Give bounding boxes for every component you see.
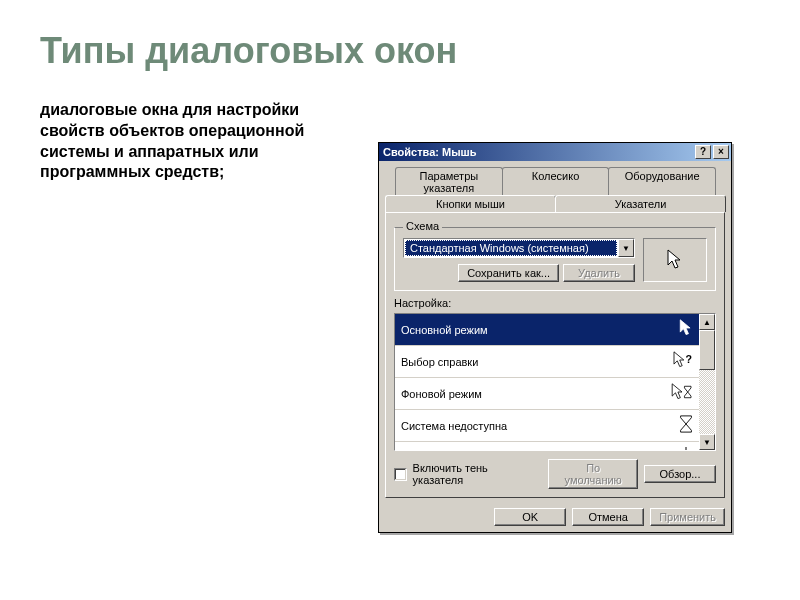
- list-item-label: Фоновой режим: [401, 388, 482, 400]
- list-item-label: Выбор справки: [401, 356, 478, 368]
- cursor-preview: [643, 238, 707, 282]
- tab-pointers[interactable]: Указатели: [555, 195, 726, 212]
- list-item[interactable]: Система недоступна: [395, 410, 699, 442]
- default-button[interactable]: По умолчанию: [548, 459, 638, 489]
- scheme-selected-value: Стандартная Windows (системная): [405, 240, 617, 256]
- delete-button[interactable]: Удалить: [563, 264, 635, 282]
- window-title: Свойства: Мышь: [383, 146, 693, 158]
- tab-panel-pointers: Стандартная Windows (системная) ▼ Сохран…: [385, 212, 725, 498]
- arrow-icon: [671, 319, 693, 340]
- dialog-button-row: OK Отмена Применить: [379, 502, 731, 532]
- list-item[interactable]: Графическое выделение: [395, 442, 699, 450]
- mouse-properties-dialog: Свойства: Мышь ? × Параметры указателя К…: [378, 142, 732, 533]
- scheme-dropdown[interactable]: Стандартная Windows (системная) ▼: [403, 238, 635, 258]
- scroll-thumb[interactable]: [699, 330, 715, 370]
- slide-title: Типы диалоговых окон: [40, 30, 760, 72]
- settings-label: Настройка:: [394, 297, 716, 309]
- help-button[interactable]: ?: [695, 145, 711, 159]
- save-as-button[interactable]: Сохранить как...: [458, 264, 559, 282]
- apply-button[interactable]: Применить: [650, 508, 725, 526]
- list-item[interactable]: Основной режим: [395, 314, 699, 346]
- list-item[interactable]: Фоновой режим: [395, 378, 699, 410]
- scroll-down-icon[interactable]: ▼: [699, 434, 715, 450]
- shadow-checkbox[interactable]: [394, 468, 407, 481]
- list-item[interactable]: Выбор справки ?: [395, 346, 699, 378]
- arrow-hourglass-icon: [671, 383, 693, 404]
- list-item-label: Основной режим: [401, 324, 488, 336]
- browse-button[interactable]: Обзор...: [644, 465, 716, 483]
- list-item-label: Система недоступна: [401, 420, 507, 432]
- titlebar[interactable]: Свойства: Мышь ? ×: [379, 143, 731, 161]
- scroll-track[interactable]: [699, 370, 715, 434]
- tab-row-back: Параметры указателя Колесико Оборудовани…: [385, 167, 725, 196]
- tab-wheel[interactable]: Колесико: [502, 167, 610, 196]
- tab-buttons[interactable]: Кнопки мыши: [385, 195, 556, 212]
- hourglass-icon: [671, 415, 693, 436]
- cancel-button[interactable]: Отмена: [572, 508, 644, 526]
- ok-button[interactable]: OK: [494, 508, 566, 526]
- tab-row-front: Кнопки мыши Указатели: [385, 195, 725, 212]
- slide-body-text: диалоговые окна для настройки свойств об…: [40, 100, 320, 183]
- crosshair-icon: [671, 447, 693, 450]
- close-button[interactable]: ×: [713, 145, 729, 159]
- scheme-groupbox: Стандартная Windows (системная) ▼ Сохран…: [394, 227, 716, 291]
- svg-text:?: ?: [685, 353, 692, 365]
- listbox-scrollbar[interactable]: ▲ ▼: [699, 314, 715, 450]
- cursor-listbox[interactable]: Основной режим Выбор справки ? Фоновой р…: [394, 313, 716, 451]
- arrow-help-icon: ?: [671, 351, 693, 372]
- list-item-label: Графическое выделение: [401, 450, 528, 451]
- tab-pointer-params[interactable]: Параметры указателя: [395, 167, 503, 196]
- tab-hardware[interactable]: Оборудование: [608, 167, 716, 196]
- arrow-icon: [666, 249, 684, 271]
- shadow-checkbox-label: Включить тень указателя: [413, 462, 537, 486]
- dropdown-arrow-icon[interactable]: ▼: [618, 239, 634, 257]
- scroll-up-icon[interactable]: ▲: [699, 314, 715, 330]
